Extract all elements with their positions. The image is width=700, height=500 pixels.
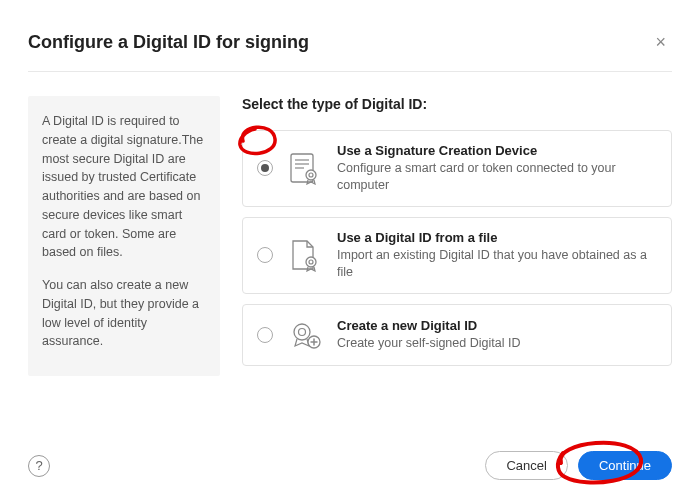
svg-point-4: [306, 170, 316, 180]
new-id-icon: [287, 317, 323, 353]
sidebar-paragraph: You can also create a new Digital ID, bu…: [42, 276, 206, 351]
option-signature-device[interactable]: Use a Signature Creation Device Configur…: [242, 130, 672, 207]
continue-button[interactable]: Continue: [578, 451, 672, 480]
option-text: Create a new Digital ID Create your self…: [337, 318, 657, 352]
cancel-button[interactable]: Cancel: [485, 451, 567, 480]
option-title: Use a Digital ID from a file: [337, 230, 657, 245]
dialog-header: Configure a Digital ID for signing ×: [28, 28, 672, 72]
dialog-footer: ? Cancel Continue: [28, 433, 672, 480]
certificate-device-icon: [287, 150, 323, 186]
option-title: Use a Signature Creation Device: [337, 143, 657, 158]
annotation-circle-icon: [233, 119, 283, 167]
option-desc: Create your self-signed Digital ID: [337, 335, 657, 352]
option-desc: Configure a smart card or token connecte…: [337, 160, 657, 194]
radio-icon: [257, 327, 273, 343]
file-id-icon: [287, 237, 323, 273]
svg-point-8: [294, 324, 310, 340]
help-button[interactable]: ?: [28, 455, 50, 477]
svg-point-9: [299, 328, 306, 335]
option-title: Create a new Digital ID: [337, 318, 657, 333]
radio-icon: [257, 160, 273, 176]
footer-buttons: Cancel Continue: [485, 451, 672, 480]
option-from-file[interactable]: Use a Digital ID from a file Import an e…: [242, 217, 672, 294]
option-create-new[interactable]: Create a new Digital ID Create your self…: [242, 304, 672, 366]
option-list: Use a Signature Creation Device Configur…: [242, 130, 672, 366]
dialog-title: Configure a Digital ID for signing: [28, 32, 309, 53]
prompt-label: Select the type of Digital ID:: [242, 96, 672, 112]
main-panel: Select the type of Digital ID:: [242, 96, 672, 433]
option-text: Use a Digital ID from a file Import an e…: [337, 230, 657, 281]
dialog-body: A Digital ID is required to create a dig…: [28, 72, 672, 433]
option-text: Use a Signature Creation Device Configur…: [337, 143, 657, 194]
radio-icon: [257, 247, 273, 263]
svg-point-6: [306, 257, 316, 267]
sidebar-paragraph: A Digital ID is required to create a dig…: [42, 112, 206, 262]
digital-id-dialog: Configure a Digital ID for signing × A D…: [0, 0, 700, 500]
close-button[interactable]: ×: [649, 28, 672, 57]
option-desc: Import an existing Digital ID that you h…: [337, 247, 657, 281]
info-sidebar: A Digital ID is required to create a dig…: [28, 96, 220, 376]
